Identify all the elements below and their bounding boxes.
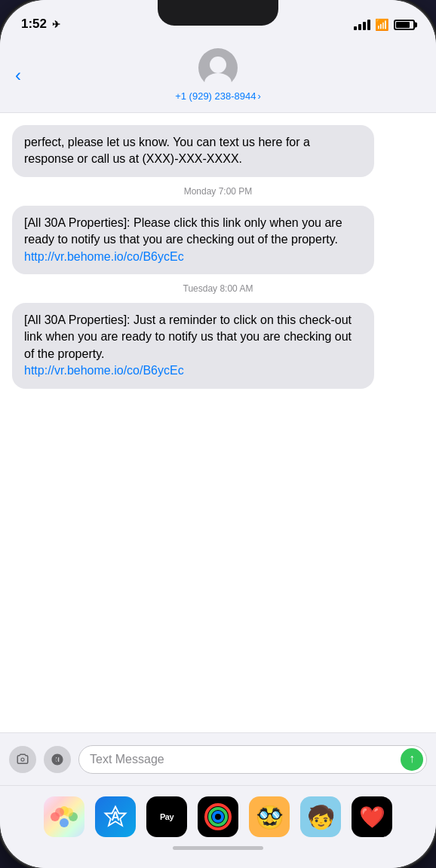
- memoji2-emoji: 🧒: [307, 804, 335, 830]
- text-message-placeholder: Text Message: [90, 753, 164, 766]
- battery-fill: [396, 22, 410, 28]
- timestamp-tuesday: Tuesday 8:00 AM: [12, 283, 424, 294]
- svg-point-5: [60, 818, 69, 827]
- messages-area[interactable]: perfect, please let us know. You can tex…: [0, 113, 436, 785]
- text-message-input-wrap[interactable]: Text Message ↑: [78, 745, 427, 774]
- wifi-icon: 📶: [375, 18, 389, 32]
- app-store-button[interactable]: [44, 746, 71, 773]
- notch: [158, 0, 278, 26]
- message-bubble-2: [All 30A Properties]: Please click this …: [12, 206, 374, 274]
- dock-apps: A Pay 🥸: [44, 786, 392, 837]
- time-display: 1:52: [21, 17, 47, 32]
- message-link-1[interactable]: http://vr.behome.io/co/B6ycEc: [24, 250, 184, 263]
- send-button[interactable]: ↑: [401, 748, 423, 771]
- signal-bars: [354, 20, 370, 30]
- svg-point-1: [204, 73, 232, 87]
- contact-chevron-icon: ›: [258, 90, 261, 102]
- back-button[interactable]: ‹: [15, 65, 21, 86]
- message-header: ‹ +1 (929) 238-8944 ›: [0, 38, 436, 113]
- signal-bar-2: [358, 24, 361, 30]
- camera-icon: [16, 753, 29, 766]
- app-heart[interactable]: ❤️: [352, 796, 392, 837]
- app-appstore[interactable]: A: [95, 796, 136, 837]
- message-bubble-1: perfect, please let us know. You can tex…: [12, 125, 374, 177]
- signal-bar-4: [367, 20, 370, 30]
- status-time: 1:52 ✈: [21, 17, 60, 32]
- home-indicator[interactable]: [173, 846, 263, 850]
- phone-frame: 1:52 ✈ 📶 ‹: [0, 0, 436, 868]
- signal-bar-1: [354, 26, 357, 30]
- battery-icon: [394, 20, 415, 30]
- message-text-3: [All 30A Properties]: Just a reminder to…: [24, 313, 352, 360]
- contact-number[interactable]: +1 (929) 238-8944 ›: [175, 90, 261, 102]
- message-text-1: perfect, please let us know. You can tex…: [24, 136, 310, 165]
- timestamp-monday: Monday 7:00 PM: [12, 186, 424, 197]
- app-memoji2[interactable]: 🧒: [300, 796, 341, 837]
- contact-avatar[interactable]: [198, 48, 238, 87]
- app-photos[interactable]: [44, 796, 84, 837]
- memoji1-emoji: 🥸: [256, 804, 284, 830]
- signal-bar-3: [363, 22, 366, 30]
- svg-point-11: [213, 812, 223, 821]
- svg-point-0: [210, 57, 226, 73]
- applepay-label: Pay: [160, 812, 173, 821]
- app-store-icon: [51, 753, 64, 766]
- message-link-2[interactable]: http://vr.behome.io/co/B6ycEc: [24, 364, 184, 377]
- phone-number-text: +1 (929) 238-8944: [175, 90, 256, 102]
- status-icons: 📶: [354, 18, 415, 32]
- location-icon: ✈: [52, 19, 60, 30]
- dock-area: A Pay 🥸: [0, 785, 436, 868]
- input-bar: Text Message ↑: [0, 732, 436, 785]
- message-bubble-3: [All 30A Properties]: Just a reminder to…: [12, 303, 374, 389]
- svg-text:A: A: [111, 809, 120, 823]
- send-arrow-icon: ↑: [409, 752, 415, 766]
- svg-point-7: [64, 808, 73, 817]
- message-text-2: [All 30A Properties]: Please click this …: [24, 216, 342, 246]
- phone-screen: 1:52 ✈ 📶 ‹: [0, 0, 436, 868]
- app-memoji1[interactable]: 🥸: [249, 796, 290, 837]
- app-activity[interactable]: [198, 796, 238, 837]
- svg-point-6: [55, 808, 64, 817]
- camera-button[interactable]: [9, 746, 36, 773]
- app-applepay[interactable]: Pay: [146, 796, 187, 837]
- heart-icon: ❤️: [359, 805, 385, 830]
